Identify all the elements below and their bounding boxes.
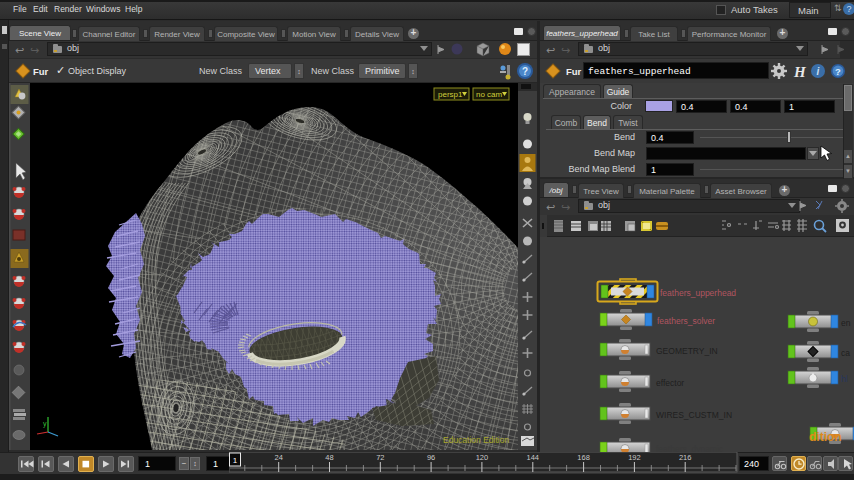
svg-text:216: 216 — [679, 453, 692, 462]
svg-text:effector: effector — [656, 378, 684, 388]
svg-text:144: 144 — [527, 453, 540, 462]
svg-text:en: en — [841, 318, 851, 328]
svg-text:feathers_solver: feathers_solver — [657, 316, 715, 326]
svg-text:72: 72 — [376, 453, 384, 462]
svg-text:ca: ca — [841, 348, 850, 358]
svg-text:120: 120 — [476, 453, 489, 462]
svg-text:GEOMETRY_IN: GEOMETRY_IN — [656, 346, 718, 356]
svg-text:?: ? — [522, 66, 528, 77]
svg-text:y: y — [43, 420, 47, 428]
svg-text:hl: hl — [841, 374, 848, 384]
svg-text:H: H — [793, 64, 807, 80]
svg-text:48: 48 — [325, 453, 333, 462]
svg-text:?: ? — [835, 66, 841, 77]
svg-text:dition: dition — [809, 430, 842, 444]
svg-text:Education Edition: Education Edition — [443, 435, 509, 445]
svg-text:168: 168 — [577, 453, 590, 462]
svg-text:feathers_dynamic: feathers_dynamic — [656, 444, 724, 452]
svg-text:i: i — [817, 66, 820, 77]
svg-text:WIRES_CUSTM_IN: WIRES_CUSTM_IN — [656, 410, 732, 420]
svg-text:24: 24 — [275, 453, 283, 462]
svg-text:96: 96 — [427, 453, 435, 462]
svg-text:192: 192 — [628, 453, 641, 462]
svg-text:1: 1 — [233, 456, 238, 465]
svg-text:persp1: persp1 — [438, 90, 463, 99]
svg-text:feathers_upperhead: feathers_upperhead — [660, 288, 736, 298]
svg-text:no cam: no cam — [476, 90, 503, 99]
